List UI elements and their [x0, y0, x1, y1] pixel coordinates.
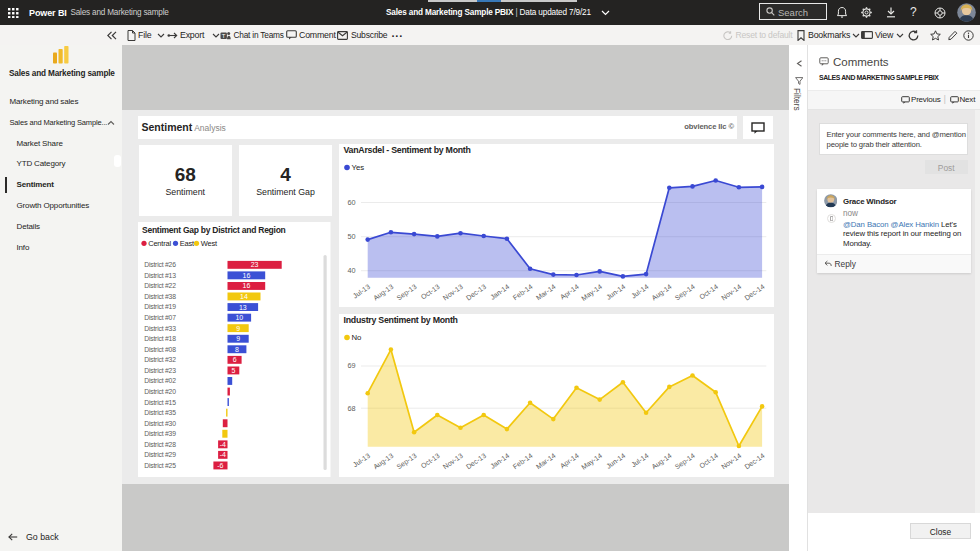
- svg-text:Central: Central: [148, 239, 171, 248]
- svg-text:13: 13: [239, 304, 247, 311]
- svg-text:9: 9: [236, 325, 240, 332]
- svg-text:10: 10: [235, 314, 243, 321]
- svg-text:West: West: [201, 239, 218, 248]
- svg-text:District #38: District #38: [144, 293, 176, 300]
- svg-text:60: 60: [347, 198, 355, 207]
- svg-text:District #25: District #25: [144, 462, 176, 469]
- svg-text:Yes: Yes: [351, 163, 364, 172]
- svg-text:District #13: District #13: [144, 272, 176, 279]
- svg-text:VanArsdel - Sentiment by Month: VanArsdel - Sentiment by Month: [343, 145, 470, 155]
- svg-text:50: 50: [347, 232, 355, 241]
- svg-text:District #23: District #23: [144, 367, 176, 374]
- svg-text:8: 8: [235, 346, 239, 353]
- svg-text:District #19: District #19: [144, 303, 176, 310]
- svg-text:District #32: District #32: [144, 356, 176, 363]
- svg-text:District #33: District #33: [144, 325, 176, 332]
- svg-text:District #18: District #18: [144, 335, 176, 342]
- svg-text:-4: -4: [220, 441, 226, 448]
- svg-text:District #35: District #35: [144, 409, 176, 416]
- svg-text:6: 6: [233, 356, 237, 363]
- svg-text:East: East: [180, 239, 195, 248]
- svg-text:69: 69: [347, 361, 355, 370]
- svg-text:14: 14: [240, 293, 248, 300]
- svg-text:District #20: District #20: [144, 388, 176, 395]
- svg-text:District #22: District #22: [144, 282, 176, 289]
- svg-text:District #07: District #07: [144, 314, 176, 321]
- svg-text:District #28: District #28: [144, 441, 176, 448]
- svg-text:District #15: District #15: [144, 399, 176, 406]
- svg-text:16: 16: [243, 282, 251, 289]
- svg-text:68: 68: [347, 403, 355, 412]
- svg-text:23: 23: [251, 261, 259, 268]
- svg-text:16: 16: [243, 272, 251, 279]
- svg-text:Industry Sentiment by Month: Industry Sentiment by Month: [343, 315, 457, 325]
- svg-text:T: T: [221, 32, 225, 38]
- svg-text:-6: -6: [217, 462, 223, 469]
- svg-text:40: 40: [347, 266, 355, 275]
- svg-text:District #39: District #39: [144, 430, 176, 437]
- svg-text:District #29: District #29: [144, 451, 176, 458]
- svg-text:-4: -4: [220, 451, 226, 458]
- svg-text:No: No: [351, 333, 361, 342]
- svg-text:9: 9: [236, 335, 240, 342]
- svg-text:District #02: District #02: [144, 377, 176, 384]
- svg-text:District #30: District #30: [144, 420, 176, 427]
- svg-text:District #26: District #26: [144, 261, 176, 268]
- svg-text:5: 5: [231, 367, 235, 374]
- svg-text:District #08: District #08: [144, 346, 176, 353]
- svg-text:Sentiment Gap by District and: Sentiment Gap by District and Region: [142, 225, 286, 235]
